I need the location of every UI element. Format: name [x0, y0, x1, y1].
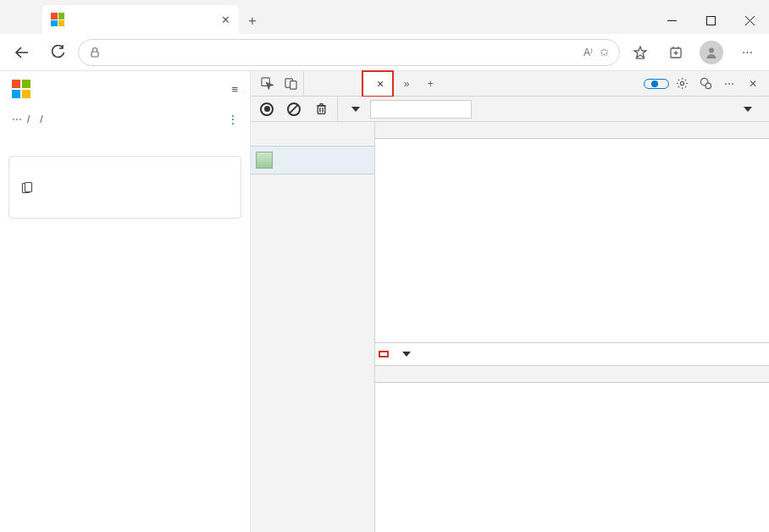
clear-icon[interactable]: [283, 98, 305, 120]
nav-back-button[interactable]: [7, 39, 37, 66]
window-maximize[interactable]: [691, 7, 730, 34]
chevron-down-icon: [351, 107, 360, 112]
devtools-close-icon[interactable]: ✕: [742, 73, 764, 95]
microsoft-logo: [12, 80, 30, 98]
new-tab-button[interactable]: +: [239, 14, 266, 34]
page-title: [0, 132, 250, 144]
window-minimize[interactable]: [652, 7, 691, 34]
breadcrumb-menu-icon[interactable]: ⋮: [228, 114, 238, 125]
retainers-label[interactable]: [379, 351, 389, 357]
read-aloud-icon[interactable]: A⁾: [584, 47, 593, 58]
browser-menu-button[interactable]: ⋯: [732, 39, 762, 66]
favorites-button[interactable]: [625, 39, 656, 66]
page-lead: [0, 144, 250, 156]
edge-favicon: [51, 13, 64, 26]
inspect-icon[interactable]: [256, 73, 278, 95]
collections-button[interactable]: [661, 39, 691, 66]
tabs-overflow-icon[interactable]: »: [396, 73, 418, 95]
svg-rect-1: [706, 16, 715, 25]
device-icon[interactable]: [279, 73, 302, 95]
svg-point-13: [709, 47, 714, 53]
tab-elements[interactable]: [324, 79, 341, 89]
breadcrumb-ellipsis[interactable]: ⋯: [12, 114, 22, 125]
feedback-icon[interactable]: [694, 73, 716, 95]
new-panel-icon[interactable]: +: [419, 73, 441, 95]
svg-rect-18: [290, 81, 296, 89]
chevron-down-icon[interactable]: [744, 107, 752, 112]
summary-select[interactable]: [343, 107, 365, 112]
profile-button[interactable]: [696, 39, 727, 66]
get-started-icon: [21, 182, 33, 194]
svg-point-21: [705, 83, 711, 89]
tab-close-icon[interactable]: ✕: [221, 14, 230, 26]
nav-refresh-button[interactable]: [42, 39, 73, 66]
svg-rect-15: [25, 183, 32, 192]
window-close[interactable]: [730, 7, 769, 34]
record-icon[interactable]: [256, 98, 278, 120]
snapshot-item[interactable]: [251, 146, 374, 175]
tab-memory[interactable]: ×: [362, 70, 394, 97]
svg-point-19: [680, 81, 683, 85]
svg-rect-5: [91, 52, 98, 57]
settings-gear-icon[interactable]: [671, 73, 693, 95]
profiles-heading: [251, 122, 374, 136]
tab-console[interactable]: [343, 79, 360, 89]
lock-icon: [89, 47, 101, 58]
chevron-down-icon[interactable]: [402, 352, 411, 357]
class-filter-input[interactable]: [370, 100, 472, 119]
devtools-menu-icon[interactable]: ⋯: [718, 73, 740, 95]
browser-tab[interactable]: ✕: [42, 5, 239, 34]
address-bar[interactable]: A⁾ ✩: [78, 39, 620, 66]
snapshot-thumb-icon: [256, 152, 273, 169]
svg-line-22: [290, 105, 298, 114]
favorite-icon[interactable]: ✩: [600, 46, 609, 58]
trash-icon[interactable]: [310, 98, 332, 120]
tab-welcome[interactable]: [306, 79, 323, 89]
tab-memory-close-icon[interactable]: ×: [377, 77, 384, 91]
svg-marker-6: [634, 47, 646, 58]
breadcrumb: ⋯ / / ⋮: [0, 107, 250, 132]
heap-snapshots-label: [251, 136, 374, 146]
toc-toggle-icon[interactable]: ≡: [231, 83, 238, 96]
issues-badge[interactable]: [644, 79, 669, 89]
svg-rect-23: [318, 106, 325, 114]
